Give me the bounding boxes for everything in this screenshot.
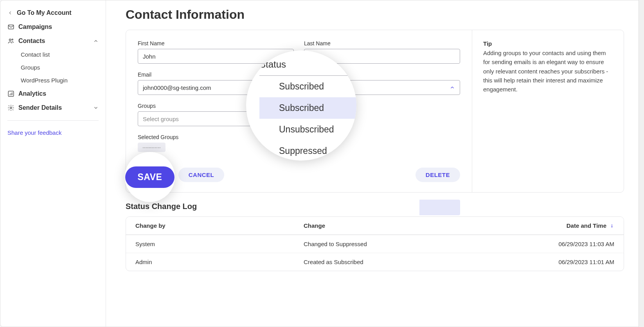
log-head-datetime[interactable]: Date and Time	[536, 222, 614, 229]
analytics-icon	[7, 90, 14, 97]
main-content: Contact Information First Name Last Name…	[106, 0, 644, 327]
log-cell-changeby: System	[135, 241, 304, 247]
status-dropdown-highlight	[419, 200, 460, 215]
nav-analytics-label: Analytics	[18, 90, 46, 97]
contact-card: First Name Last Name Email Status	[126, 30, 624, 193]
log-cell-datetime: 06/29/2023 11:03 AM	[536, 241, 614, 247]
chevron-up-icon	[93, 38, 99, 44]
sidebar: Go To My Account Campaigns Contacts Cont…	[0, 0, 106, 327]
zoom-option-unsubscribed[interactable]: Unsubscribed	[259, 119, 356, 140]
nav-campaigns[interactable]: Campaigns	[0, 20, 106, 34]
nav-sender-details[interactable]: Sender Details	[0, 101, 106, 115]
zoom-status-overlay: Status Subscribed Subscribed Unsubscribe…	[246, 50, 356, 161]
log-cell-change: Changed to Suppressed	[304, 241, 536, 247]
email-label: Email	[138, 71, 263, 78]
sort-down-icon	[610, 223, 614, 229]
zoom-save-button[interactable]: SAVE	[125, 166, 175, 188]
email-input[interactable]	[138, 80, 263, 95]
last-name-label: Last Name	[304, 40, 460, 46]
people-icon	[7, 38, 14, 45]
chevron-up-icon	[450, 85, 455, 90]
svg-point-2	[12, 39, 13, 40]
gear-icon	[7, 104, 14, 111]
nav-contacts-label: Contacts	[18, 38, 45, 45]
log-table: Change by Change Date and Time System Ch…	[126, 216, 624, 271]
delete-button[interactable]: DELETE	[416, 168, 460, 182]
zoom-save-overlay: SAVE	[125, 152, 175, 202]
scrollbar[interactable]	[639, 0, 644, 327]
zoom-option-subscribed-current[interactable]: Subscribed	[259, 76, 356, 97]
tip-title: Tip	[483, 40, 613, 47]
log-cell-datetime: 06/29/2023 11:01 AM	[536, 259, 614, 265]
nav-groups[interactable]: Groups	[0, 61, 106, 74]
log-cell-changeby: Admin	[135, 259, 304, 265]
log-title: Status Change Log	[126, 202, 624, 211]
log-header-row: Change by Change Date and Time	[126, 217, 624, 235]
nav-wordpress-plugin[interactable]: WordPress Plugin	[0, 74, 106, 87]
page-title: Contact Information	[126, 7, 624, 22]
go-to-account-link[interactable]: Go To My Account	[7, 6, 99, 20]
nav-analytics[interactable]: Analytics	[0, 87, 106, 101]
log-head-datetime-label: Date and Time	[567, 222, 606, 229]
svg-point-1	[9, 39, 11, 41]
cancel-button[interactable]: CANCEL	[178, 168, 225, 182]
log-row: Admin Created as Subscribed 06/29/2023 1…	[126, 253, 624, 271]
tip-column: Tip Adding groups to your contacts and u…	[472, 30, 624, 192]
share-feedback-link[interactable]: Share your feedback	[0, 129, 106, 136]
log-head-changeby: Change by	[135, 222, 304, 229]
divider	[7, 120, 99, 121]
mail-icon	[7, 23, 14, 30]
nav-contact-list[interactable]: Contact list	[0, 48, 106, 61]
nav-sender-details-label: Sender Details	[18, 104, 62, 111]
chevron-down-icon	[93, 105, 99, 111]
first-name-label: First Name	[138, 40, 294, 46]
nav-contacts[interactable]: Contacts	[0, 34, 106, 48]
zoom-option-subscribed[interactable]: Subscribed	[259, 97, 356, 119]
go-to-account-label: Go To My Account	[17, 9, 72, 16]
log-cell-change: Created as Subscribed	[304, 259, 536, 265]
arrow-left-icon	[7, 10, 13, 16]
log-head-change: Change	[304, 222, 536, 229]
log-row: System Changed to Suppressed 06/29/2023 …	[126, 235, 624, 253]
selected-group-chip[interactable]: ············	[138, 143, 165, 152]
svg-point-4	[10, 107, 12, 109]
tip-body: Adding groups to your contacts and using…	[483, 48, 613, 94]
nav-campaigns-label: Campaigns	[18, 23, 52, 30]
